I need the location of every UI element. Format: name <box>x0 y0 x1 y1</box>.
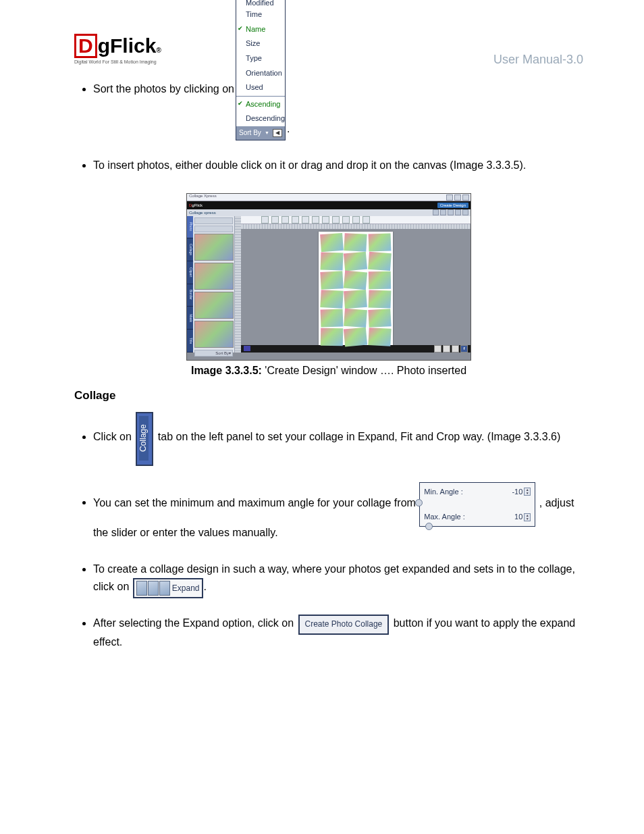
bullet-collage-after: tab on the left panel to set your collag… <box>158 431 561 442</box>
logo-d-mark: D <box>74 34 97 58</box>
angle-panel[interactable]: Min. Angle : -10 ▲▼ Max. Angle : 10 ▲▼ <box>419 482 535 527</box>
app-screenshot: Collage Xpress DgFlick Create Design Col… <box>186 193 471 361</box>
collage-canvas <box>319 232 393 345</box>
expand-button[interactable]: Expand <box>133 578 203 598</box>
export-icon <box>452 345 459 353</box>
create-photo-collage-button[interactable]: Create Photo Collage <box>298 615 390 634</box>
bullet-collage-before: Click on <box>93 431 134 442</box>
sort-order-desc[interactable]: Descending <box>236 111 285 126</box>
thumb-icon <box>194 263 234 290</box>
create-design-button: Create Design <box>437 203 468 208</box>
bullet-insert: To insert photos, either double click on… <box>93 157 583 174</box>
sort-option-size[interactable]: Size <box>236 36 285 51</box>
collage-tab-row: Collage xpress <box>189 211 216 215</box>
expand-label: Expand <box>172 582 200 595</box>
stepper-down-icon[interactable]: ▼ <box>525 492 530 495</box>
section-heading-collage: Collage <box>74 389 583 402</box>
sort-by-button[interactable]: Sort By ▼ ◀ <box>236 126 285 140</box>
bullet-expand: To create a collage design in such a way… <box>93 561 583 596</box>
toolbar <box>241 216 471 224</box>
ruler-vertical <box>235 216 241 353</box>
sort-by-label: Sort By <box>239 128 261 138</box>
bullet-cpc: After selecting the Expand option, click… <box>93 615 583 650</box>
app-brand: DgFlick <box>189 203 203 207</box>
sort-by-menu[interactable]: Date Modified Time Name Size Type Orient… <box>236 0 286 140</box>
min-angle-label: Min. Angle : <box>424 486 462 498</box>
sort-collapse-icon[interactable]: ◀ <box>273 129 282 137</box>
collage-tab-label: Collage <box>139 416 149 461</box>
thumb-icon <box>194 321 234 348</box>
bullet-sort: Sort the photos by clicking on Date Modi… <box>93 80 583 138</box>
bullet-angle: You can set the minimum and maximum angl… <box>93 482 583 542</box>
thumb-icon <box>194 292 234 319</box>
collage-tab-button[interactable]: Collage <box>136 412 153 466</box>
bullet-collage-tab: Click on Collage tab on the left panel t… <box>93 412 583 463</box>
sort-order-asc[interactable]: Ascending <box>236 97 285 112</box>
min-angle-stepper[interactable]: -10 ▲▼ <box>508 486 531 498</box>
view-icons <box>431 209 468 216</box>
logo-tagline: Digital World For Still & Motion Imaging <box>74 59 161 64</box>
max-angle-value: 10 <box>508 511 522 523</box>
sort-option-modified[interactable]: Modified Time <box>236 0 285 22</box>
max-icon <box>454 194 461 201</box>
sort-option-used[interactable]: Used <box>236 80 285 95</box>
brand-logo: DgFlick® Digital World For Still & Motio… <box>74 34 161 64</box>
thumb-icon <box>194 234 234 261</box>
logo-text: gFlick <box>98 36 157 56</box>
page-title: User Manual-3.0 <box>493 53 583 67</box>
caption-rest: 'Create Design' window …. Photo inserted <box>262 365 466 376</box>
bullet-cpc-before: After selecting the Expand option, click… <box>93 617 297 629</box>
photo-thumb-panel: Sort By ▾ <box>193 216 235 353</box>
window-titlebar: Collage Xpress <box>187 194 471 201</box>
figure-caption: Image 3.3.3.5: 'Create Design' window ….… <box>74 365 583 377</box>
expand-thumbs-icon <box>136 581 170 596</box>
save-icon <box>434 345 441 353</box>
max-angle-stepper[interactable]: 10 ▲▼ <box>508 511 531 523</box>
status-bar: f <box>241 345 471 353</box>
sort-option-type[interactable]: Type <box>236 51 285 66</box>
bullet-sort-text-before: Sort the photos by clicking on <box>93 83 234 95</box>
bullet-expand-after: . <box>204 581 207 592</box>
stepper-down-icon[interactable]: ▼ <box>525 517 530 521</box>
left-side-tabs: Photo Collage Clipart Border Mask Title <box>187 216 193 353</box>
close-icon <box>462 194 469 201</box>
registered-mark: ® <box>156 47 161 54</box>
bullet-sort-text-after: . <box>287 120 290 138</box>
sort-option-orientation[interactable]: Orientation <box>236 66 285 81</box>
status-left-icon <box>244 346 250 351</box>
bullet-angle-before: You can set the minimum and maximum angl… <box>93 496 416 508</box>
facebook-icon: f <box>460 345 468 353</box>
caption-bold: Image 3.3.3.5: <box>191 365 262 376</box>
ruler-horizontal <box>241 224 471 229</box>
print-icon <box>443 345 450 353</box>
min-angle-value: -10 <box>508 486 522 498</box>
max-angle-label: Max. Angle : <box>424 511 465 523</box>
sort-option-name[interactable]: Name <box>236 22 285 37</box>
min-icon <box>446 194 453 201</box>
window-title: Collage Xpress <box>187 194 217 198</box>
